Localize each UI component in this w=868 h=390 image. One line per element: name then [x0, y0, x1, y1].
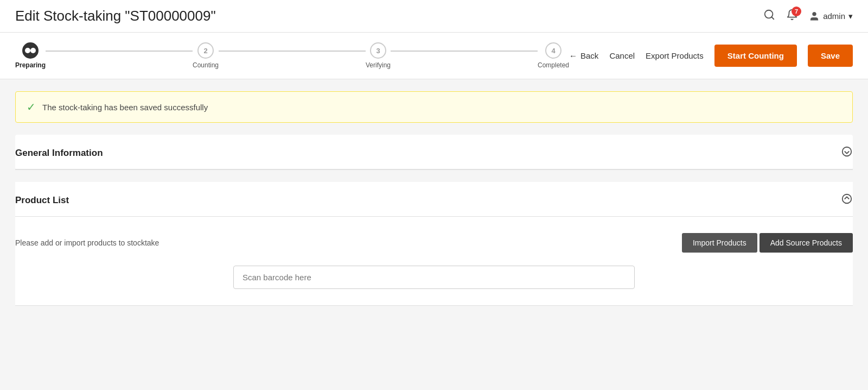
step-circle-verifying: 3 [370, 42, 386, 59]
main-content: ✓ The stock-taking has been saved succes… [0, 91, 868, 363]
product-list-toggle[interactable] [841, 193, 853, 207]
step-line-3 [391, 51, 538, 52]
step-line-1 [46, 51, 193, 52]
step-label-completed: Completed [538, 61, 569, 69]
step-label-preparing: Preparing [15, 61, 46, 69]
divider-2 [15, 305, 853, 306]
import-products-button[interactable]: Import Products [682, 233, 757, 253]
svg-point-2 [813, 12, 816, 16]
product-actions-row: Please add or import products to stockta… [15, 233, 853, 253]
general-information-section: General Information [15, 135, 853, 169]
user-menu-button[interactable]: admin ▾ [809, 11, 853, 22]
back-arrow-icon: ← [569, 51, 577, 60]
start-counting-button[interactable]: Start Counting [714, 45, 797, 67]
page-title: Edit Stock-taking "ST00000009" [15, 8, 216, 24]
step-verifying: 3 Verifying [366, 42, 391, 69]
product-list-body: Please add or import products to stockta… [15, 217, 853, 305]
svg-point-4 [843, 194, 852, 204]
search-button[interactable] [763, 9, 775, 24]
user-label: admin [823, 11, 845, 21]
step-line-2 [219, 51, 366, 52]
svg-line-1 [771, 17, 774, 19]
user-icon [809, 11, 820, 22]
product-list-header[interactable]: Product List [15, 182, 853, 217]
barcode-input[interactable] [233, 266, 635, 289]
top-bar: Edit Stock-taking "ST00000009" 7 admin ▾ [0, 0, 868, 33]
step-circle-counting: 2 [197, 42, 214, 59]
top-bar-actions: 7 admin ▾ [763, 9, 853, 24]
general-info-header[interactable]: General Information [15, 135, 853, 169]
add-source-products-button[interactable]: Add Source Products [760, 233, 853, 253]
chevron-up-icon [841, 193, 853, 205]
check-icon: ✓ [27, 100, 36, 114]
notification-button[interactable]: 7 [786, 9, 798, 24]
wizard-actions: ← Back Cancel Export Products Start Coun… [569, 45, 853, 67]
svg-point-3 [843, 147, 852, 156]
chevron-down-icon [841, 146, 853, 158]
step-label-counting: Counting [193, 61, 219, 69]
product-list-section: Product List Please add or import produc… [15, 182, 853, 305]
product-list-title: Product List [15, 195, 69, 206]
step-label-verifying: Verifying [366, 61, 391, 69]
step-counting: 2 Counting [193, 42, 219, 69]
product-list-buttons: Import Products Add Source Products [682, 233, 853, 253]
back-button[interactable]: ← Back [569, 51, 598, 60]
general-info-title: General Information [15, 148, 103, 159]
steps-container: Preparing 2 Counting 3 Verifying 4 Compl… [15, 42, 569, 69]
step-preparing: Preparing [15, 42, 46, 69]
export-products-button[interactable]: Export Products [646, 51, 704, 60]
step-completed: 4 Completed [538, 42, 569, 69]
user-dropdown-icon: ▾ [848, 11, 853, 21]
product-list-empty-text: Please add or import products to stockta… [15, 238, 159, 247]
alert-banner: ✓ The stock-taking has been saved succes… [15, 91, 853, 123]
alert-message: The stock-taking has been saved successf… [42, 103, 208, 112]
save-button[interactable]: Save [808, 45, 853, 67]
step-circle-completed: 4 [545, 42, 561, 59]
divider-1 [15, 169, 853, 170]
step-circle-preparing [22, 42, 39, 59]
cancel-button[interactable]: Cancel [609, 51, 635, 60]
general-info-toggle[interactable] [841, 146, 853, 160]
search-icon [763, 9, 775, 21]
wizard-bar: Preparing 2 Counting 3 Verifying 4 Compl… [0, 33, 868, 79]
notification-badge: 7 [792, 7, 801, 16]
